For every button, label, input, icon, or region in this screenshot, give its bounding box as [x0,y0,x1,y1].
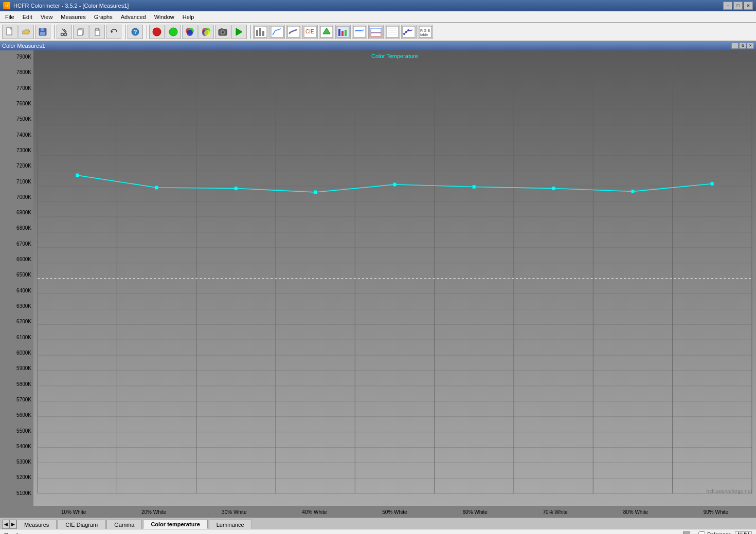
svg-rect-45 [370,26,382,38]
svg-rect-108 [711,182,714,186]
play-button[interactable] [231,25,247,39]
x-axis-label: 80% White [596,506,676,518]
save-button[interactable] [35,25,50,39]
tab-nav-right[interactable]: ▶ [9,520,16,529]
menu-view[interactable]: View [37,11,57,22]
paste-button[interactable] [89,25,105,39]
svg-point-15 [153,28,161,36]
y-axis-label: 5200K [2,475,31,480]
undo-button[interactable] [106,25,121,39]
y-axis-label: 6700K [2,242,31,247]
svg-rect-33 [271,26,283,38]
y-axis-label: 6100K [2,335,31,340]
graph-btn-10[interactable] [401,25,417,39]
svg-point-6 [61,33,64,35]
tab-measures[interactable]: Measures [16,520,57,529]
menu-file[interactable]: File [1,11,19,22]
y-axis-label: 5600K [2,413,31,418]
svg-rect-100 [76,174,79,177]
graph-btn-3[interactable] [286,25,301,39]
svg-rect-104 [393,183,396,187]
tab-nav-left[interactable]: ◀ [2,520,9,529]
graph-btn-6[interactable] [335,25,351,39]
new-button[interactable] [2,25,17,39]
menu-bar: File Edit View Measures Graphs Advanced … [0,11,756,23]
reference-checkbox[interactable] [698,531,705,534]
svg-rect-106 [552,187,555,190]
y-axis-label: 6000K [2,351,31,356]
svg-point-55 [405,31,407,33]
graph-btn-9[interactable] [385,25,400,39]
y-axis-label: 7000K [2,195,31,200]
svg-text:CIE: CIE [305,29,314,34]
y-axis-label: 5800K [2,382,31,387]
svg-rect-40 [338,29,340,36]
svg-rect-101 [155,186,158,190]
svg-rect-42 [345,30,347,36]
menu-graphs[interactable]: Graphs [90,11,117,22]
svg-point-7 [64,33,67,35]
svg-rect-11 [96,28,99,30]
camera-button[interactable] [215,25,230,39]
menu-window[interactable]: Window [150,11,178,22]
inner-restore-button[interactable]: ⧉ [739,43,746,49]
x-axis-label: 90% White [676,506,756,518]
x-axis-label: 70% White [515,506,596,518]
graph-btn-8[interactable] [368,25,384,39]
graph-btn-11[interactable]: R G Btable [418,25,433,39]
color-red-button[interactable] [149,25,165,39]
svg-rect-9 [78,30,82,35]
svg-rect-34 [287,26,300,38]
tab-color-temperature[interactable]: Color temperature [143,520,207,529]
y-axis-label: 7800K [2,70,31,75]
app-icon: H [3,2,10,9]
tab-luminance[interactable]: Luminance [209,520,252,529]
inner-close-button[interactable]: ✕ [747,43,754,49]
inner-minimize-button[interactable]: − [731,43,739,49]
menu-help[interactable]: Help [178,11,199,22]
color-multicolor-button[interactable] [182,25,197,39]
svg-rect-41 [341,31,344,36]
menu-advanced[interactable]: Advanced [117,11,150,22]
y-axis-label: 7700K [2,86,31,91]
y-axis-label: 7400K [2,133,31,138]
color-white-button[interactable] [199,25,214,39]
tab-bar: ◀▶MeasuresCIE DiagramGammaColor temperat… [0,518,756,529]
x-axis-label: 20% White [114,506,194,518]
svg-point-54 [403,33,405,35]
svg-point-56 [407,29,409,31]
color-green-button[interactable] [166,25,181,39]
svg-rect-27 [221,28,223,30]
x-axis-label: 50% White [354,506,435,518]
graph-btn-4[interactable]: CIE [302,25,318,39]
copy-button[interactable] [73,25,88,39]
x-axis: 10% White20% White30% White40% White50% … [33,506,756,518]
x-axis-label: 40% White [274,506,354,518]
y-axis-label: 5100K [2,491,31,496]
cut-button[interactable] [57,25,72,39]
graph-btn-7[interactable] [352,25,367,39]
graph-btn-2[interactable] [269,25,285,39]
svg-rect-103 [314,191,317,194]
y-axis-label: 5300K [2,459,31,465]
graph-btn-5[interactable] [319,25,334,39]
status-indicator [683,531,690,535]
y-axis-label: 5900K [2,366,31,371]
maximize-button[interactable]: □ [733,2,743,10]
y-axis-label: 5700K [2,397,31,402]
inner-window-title-bar: Color Measures1 − ⧉ ✕ [0,41,756,50]
minimize-button[interactable]: − [723,2,732,10]
y-axis-label: 7200K [2,163,31,169]
menu-measures[interactable]: Measures [57,11,89,22]
help-button[interactable]: ? [128,25,143,39]
close-button[interactable]: ✕ [744,2,753,10]
y-axis-label: 7600K [2,101,31,106]
status-text: Ready [4,532,21,535]
y-axis-label: 6200K [2,319,31,324]
tab-gamma[interactable]: Gamma [106,520,142,529]
tab-cie-diagram[interactable]: CIE Diagram [58,520,105,529]
menu-edit[interactable]: Edit [19,11,37,22]
graph-btn-1[interactable] [253,25,268,39]
open-button[interactable] [19,25,34,39]
svg-rect-31 [259,28,261,36]
